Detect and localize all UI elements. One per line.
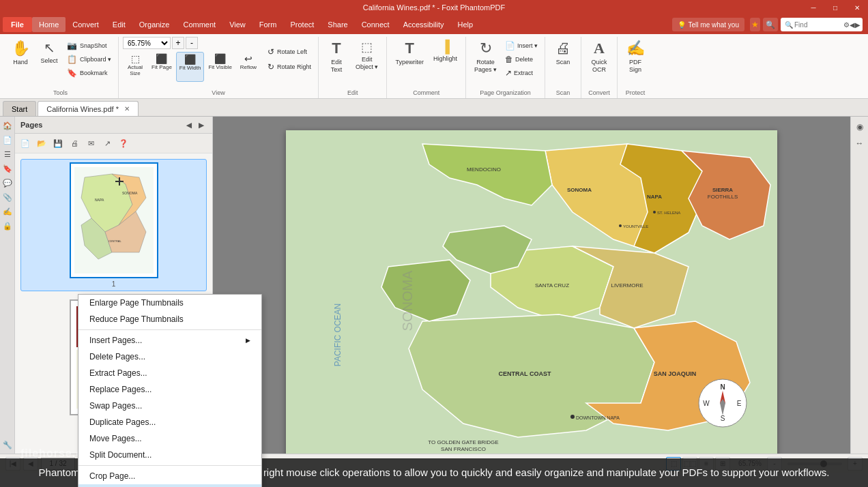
pages-nav-right-icon[interactable]: ▶ xyxy=(196,119,207,130)
cm-move-pages[interactable]: Move Pages... xyxy=(78,430,261,447)
edit-object-button[interactable]: ⬚ EditObject ▾ xyxy=(351,37,383,82)
snapshot-button[interactable]: 📷 SnapShot xyxy=(64,40,114,52)
cm-reduce-thumbnails[interactable]: Reduce Page Thumbnails xyxy=(78,311,261,327)
menu-convert[interactable]: Convert xyxy=(66,17,106,32)
cm-delete-label: Delete Pages... xyxy=(89,352,145,361)
cm-split-document[interactable]: Split Document... xyxy=(78,447,261,463)
pt-open-btn[interactable]: 📂 xyxy=(34,136,49,151)
menu-home[interactable]: Home xyxy=(32,17,66,32)
menu-connect[interactable]: Connect xyxy=(355,17,396,32)
cm-delete-pages[interactable]: Delete Pages... xyxy=(78,349,261,365)
ls-comments-icon[interactable]: 💬 xyxy=(1,177,14,189)
menu-file[interactable]: File xyxy=(3,17,32,32)
zoom-out-button[interactable]: - xyxy=(186,37,198,49)
page-thumb-1[interactable]: NAPA SONOMA CENTRAL 1 xyxy=(20,159,207,291)
find-input[interactable] xyxy=(794,21,842,29)
rs-icon-2[interactable]: ↔ xyxy=(852,136,867,151)
pdf-area[interactable]: SONOMA NAPA SIERRA FOOTHILLS MENDOCINO S… xyxy=(213,117,850,454)
tab-close-icon[interactable]: ✕ xyxy=(124,105,130,113)
convert-group-label: Convert xyxy=(585,88,613,98)
fit-width-button[interactable]: ⬛ Fit Width xyxy=(176,52,205,82)
quick-ocr-button[interactable]: A QuickOCR xyxy=(585,37,613,82)
menu-accessibility[interactable]: Accessibility xyxy=(396,17,451,32)
fit-visible-button[interactable]: ⬛ Fit Visible xyxy=(205,52,235,82)
extract-icon: ↗ xyxy=(505,68,512,78)
pt-email-btn[interactable]: ✉ xyxy=(83,136,98,151)
find-bar[interactable]: 🔍 ⚙ ◀ ▶ xyxy=(781,18,863,31)
right-sidebar: ◉ ↔ xyxy=(850,117,868,454)
rs-icon-1[interactable]: ◉ xyxy=(852,119,867,134)
extract-pages-button[interactable]: ↗ Extract xyxy=(502,67,540,79)
ls-lock-icon[interactable]: 🔒 xyxy=(1,220,14,232)
menu-edit[interactable]: Edit xyxy=(106,17,132,32)
close-button[interactable]: ✕ xyxy=(846,0,868,15)
edit-text-button[interactable]: T EditText xyxy=(323,37,350,82)
cm-reduce-label: Reduce Page Thumbnails xyxy=(89,314,184,324)
cm-insert-pages[interactable]: Insert Pages... ▶ xyxy=(78,332,261,349)
ls-bookmarks-icon[interactable]: 🔖 xyxy=(1,162,14,175)
menu-comment[interactable]: Comment xyxy=(176,17,222,32)
cm-crop-page[interactable]: Crop Page... xyxy=(78,468,261,484)
select-icon: ↖ xyxy=(44,40,55,56)
pt-share-btn[interactable]: ↗ xyxy=(100,136,115,151)
cm-replace-pages[interactable]: Replace Pages... xyxy=(78,381,261,398)
ls-sign-icon[interactable]: ✍ xyxy=(1,205,14,218)
rotate-pages-button[interactable]: ↻ RotatePages ▾ xyxy=(470,37,501,82)
highlight-button[interactable]: ▐ Highlight xyxy=(429,37,461,82)
ls-attach-icon[interactable]: 📎 xyxy=(1,191,14,203)
pt-save-btn[interactable]: 💾 xyxy=(50,136,66,151)
find-nav-next-icon[interactable]: ▶ xyxy=(855,21,860,29)
rotate-left-button[interactable]: ↺ Rotate Left xyxy=(265,46,314,58)
actual-size-button[interactable]: ⬚ ActualSize xyxy=(123,52,147,82)
zoom-in-button[interactable]: + xyxy=(172,37,184,49)
ls-layers-icon[interactable]: ☰ xyxy=(1,148,14,160)
pt-new-btn[interactable]: 📄 xyxy=(18,136,33,151)
hand-tool-button[interactable]: ✋ Hand xyxy=(7,37,34,82)
zoom-select[interactable]: 65.75% 50% 75% 100% xyxy=(123,37,171,49)
cm-enlarge-label: Enlarge Page Thumbnails xyxy=(89,298,184,308)
svg-text:SAN JOAQUIN: SAN JOAQUIN xyxy=(654,370,697,377)
menu-share[interactable]: Share xyxy=(321,17,354,32)
tab-start[interactable]: Start xyxy=(3,101,36,116)
pt-print-btn[interactable]: 🖨 xyxy=(67,136,82,151)
select-tool-button[interactable]: ↖ Select xyxy=(35,37,63,82)
menu-view[interactable]: View xyxy=(222,17,252,32)
reflow-button[interactable]: ↩ Reflow xyxy=(236,52,261,82)
clipboard-button[interactable]: 📋 Clipboard ▾ xyxy=(64,53,114,65)
ls-pages-icon[interactable]: 📄 xyxy=(1,134,14,146)
minimize-button[interactable]: ─ xyxy=(802,0,824,15)
cm-swap-pages[interactable]: Swap Pages... xyxy=(78,398,261,414)
menu-protect[interactable]: Protect xyxy=(283,17,321,32)
pages-nav-left-icon[interactable]: ◀ xyxy=(184,119,194,130)
view-group-label: View xyxy=(123,88,314,98)
hand-icon: ✋ xyxy=(12,40,30,57)
pageorg-group-label: Page Organization xyxy=(470,88,540,98)
menu-organize[interactable]: Organize xyxy=(132,17,177,32)
menu-form[interactable]: Form xyxy=(252,17,284,32)
fit-visible-icon: ⬛ xyxy=(214,53,226,64)
maximize-button[interactable]: □ xyxy=(824,0,846,15)
tell-me-bar[interactable]: 💡 Tell me what you xyxy=(672,18,744,31)
cm-duplicate-pages[interactable]: Duplicate Pages... xyxy=(78,414,261,430)
tab-california[interactable]: California Wines.pdf * ✕ xyxy=(38,101,139,116)
menu-help[interactable]: Help xyxy=(451,17,480,32)
cm-enlarge-thumbnails[interactable]: Enlarge Page Thumbnails xyxy=(78,295,261,311)
ribbon-protect-items: ✍ PDFSign xyxy=(622,37,649,88)
cm-rotate-pages[interactable]: Rotate Pages... xyxy=(78,484,261,487)
find-options-icon[interactable]: ⚙ xyxy=(843,21,850,29)
ls-help-icon[interactable]: 🔧 xyxy=(1,439,14,451)
fit-page-button[interactable]: ⬛ Fit Page xyxy=(149,52,175,82)
bookmark-button[interactable]: 🔖 Bookmark xyxy=(64,67,114,79)
bookmark-icon: 🔖 xyxy=(67,68,77,78)
svg-text:CENTRAL COAST: CENTRAL COAST xyxy=(499,370,551,377)
delete-pages-button[interactable]: 🗑 Delete xyxy=(502,53,540,65)
rotate-right-button[interactable]: ↻ Rotate Right xyxy=(265,61,314,73)
insert-pages-button[interactable]: 📄 Insert ▾ xyxy=(502,40,540,52)
cm-extract-pages[interactable]: Extract Pages... xyxy=(78,365,261,381)
pdf-sign-button[interactable]: ✍ PDFSign xyxy=(622,37,649,82)
find-nav-prev-icon[interactable]: ◀ xyxy=(850,21,855,29)
pt-help-btn[interactable]: ❓ xyxy=(116,136,131,151)
typewriter-button[interactable]: T Typewriter xyxy=(391,37,428,82)
scan-button[interactable]: 🖨 Scan xyxy=(549,37,577,82)
ls-home-icon[interactable]: 🏠 xyxy=(1,119,14,132)
